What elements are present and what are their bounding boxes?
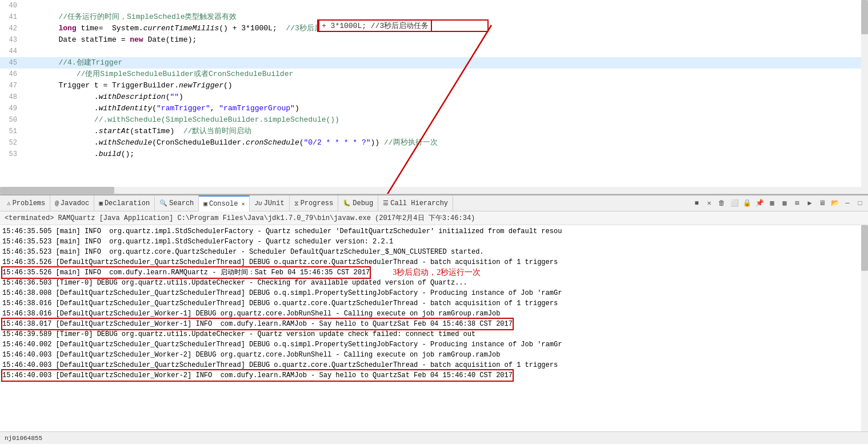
code-line-46: 46 //使用SimpleScheduleBuilder或者CronSchedu… [0, 69, 868, 80]
line-number: 43 [0, 34, 23, 46]
vertical-scrollbar[interactable] [861, 0, 868, 194]
line-number: 41 [0, 11, 23, 23]
progress-icon: ⧖ [294, 200, 299, 207]
line-content: Trigger t = TriggerBuilder.newTrigger() [23, 80, 868, 91]
bottom-panel: ⚠ Problems @ Javadoc ▣ Declaration 🔍 Sea… [0, 194, 868, 444]
line-number: 45 [0, 57, 23, 69]
console-line-7: 15:46:38.008 [DefaultQuartzScheduler_Qua… [0, 288, 861, 298]
tab-declaration[interactable]: ▣ Declaration [94, 195, 155, 211]
javadoc-icon: @ [55, 200, 59, 207]
console-header-text: <terminated> RAMQuartz [Java Application… [5, 214, 475, 222]
line-number: 48 [0, 91, 23, 103]
line-number: 44 [0, 46, 23, 57]
console-line-6: 15:46:36.503 [Timer-0] DEBUG org.quartz.… [0, 278, 861, 288]
console-close-icon[interactable]: ✕ [241, 201, 245, 207]
status-bar: nj01064855 [0, 431, 868, 444]
code-line-52: 52 .withSchedule(CronScheduleBuilder.cro… [0, 137, 868, 149]
code-line-43: 43 Date statTime = new Date(time); [0, 34, 868, 46]
console-line-2: 15:46:35.523 [main] INFO org.quartz.impl… [0, 237, 861, 247]
toolbar-newcon-btn[interactable]: 🖥 [817, 198, 828, 209]
code-line-53: 53 .build(); [0, 149, 868, 160]
console-output[interactable]: 15:46:35.505 [main] INFO org.quartz.impl… [0, 225, 868, 431]
line-content: //使用SimpleScheduleBuilder或者CronScheduleB… [23, 69, 868, 80]
console-line-13: 15:46:40.003 [DefaultQuartzScheduler_Wor… [0, 350, 861, 360]
line-number: 47 [0, 80, 23, 91]
toolbar-pin-btn[interactable]: 📌 [754, 198, 765, 209]
tab-progress[interactable]: ⧖ Progress [290, 195, 339, 211]
line-number: 40 [0, 0, 23, 11]
tab-console-label: Console [209, 200, 238, 208]
toolbar-next-btn[interactable]: ▶ [804, 198, 815, 209]
tab-declaration-label: Declaration [105, 199, 150, 207]
tab-javadoc-label: Javadoc [61, 199, 89, 207]
console-line-5: 15:46:35.526 [main] INFO com.dufy.learn.… [0, 267, 861, 278]
line-content: Date statTime = new Date(time); [23, 34, 868, 46]
toolbar-view-btn[interactable]: ▦ [766, 198, 778, 209]
toolbar-clear-btn[interactable]: ⬜ [729, 198, 740, 209]
console-line-8: 15:46:38.016 [DefaultQuartzScheduler_Qua… [0, 298, 861, 309]
line-number: 53 [0, 149, 23, 160]
toolbar-minimize-btn[interactable]: ─ [842, 198, 853, 209]
toolbar-view3-btn[interactable]: ⊞ [791, 198, 803, 209]
code-line-50: 50 //.withSchedule(SimpleScheduleBuilder… [0, 114, 868, 126]
console-line-3: 15:46:35.523 [main] INFO org.quartz.core… [0, 247, 861, 257]
tab-call-hierarchy-label: Call Hierarchy [390, 199, 448, 207]
console-line-10: 15:46:38.017 [DefaultQuartzScheduler_Wor… [0, 319, 861, 329]
tab-problems-label: Problems [13, 199, 46, 207]
status-bar-text: nj01064855 [5, 435, 42, 442]
toolbar-maximize-btn[interactable]: □ [854, 198, 866, 209]
tab-bar: ⚠ Problems @ Javadoc ▣ Declaration 🔍 Sea… [0, 195, 868, 211]
console-vertical-scrollbar[interactable] [861, 225, 868, 431]
toolbar-terminate-btn[interactable]: ✕ [703, 198, 715, 209]
line-content: .withIdentity("ramTrigger", "ramTriggerG… [23, 103, 868, 114]
code-line-51: 51 .startAt(statTime) //默认当前时间启动 [0, 126, 868, 137]
tab-junit[interactable]: Ju JUnit [250, 195, 289, 211]
code-line-47: 47 Trigger t = TriggerBuilder.newTrigger… [0, 80, 868, 91]
line-content: .withSchedule(CronScheduleBuilder.cronSc… [23, 137, 868, 149]
line-number: 51 [0, 126, 23, 137]
tab-search-label: Search [169, 199, 194, 207]
console-line-15: 15:46:40.003 [DefaultQuartzScheduler_Wor… [0, 370, 861, 381]
console-line-12: 15:46:40.002 [DefaultQuartzScheduler_Qua… [0, 339, 861, 350]
code-editor: 40 41 //任务运行的时间，SimpleSchedle类型触发器有效 42 … [0, 0, 868, 194]
tab-search[interactable]: 🔍 Search [155, 195, 199, 211]
console-header: <terminated> RAMQuartz [Java Application… [0, 211, 868, 225]
tab-console[interactable]: ▣ Console ✕ [199, 195, 250, 211]
tab-problems[interactable]: ⚠ Problems [2, 195, 50, 211]
junit-icon: Ju [254, 200, 262, 207]
line-content: .withDescription("") [23, 91, 868, 103]
console-line-1: 15:46:35.505 [main] INFO org.quartz.impl… [0, 226, 861, 237]
console-wrapper: 15:46:35.505 [main] INFO org.quartz.impl… [0, 225, 868, 431]
console-line-11: 15:46:39.589 [Timer-0] DEBUG org.quartz.… [0, 329, 861, 339]
console-line-9: 15:46:38.016 [DefaultQuartzScheduler_Wor… [0, 309, 861, 319]
toolbar-stop-btn[interactable]: ■ [691, 198, 702, 209]
toolbar-scroll-lock-btn[interactable]: 🔒 [741, 198, 753, 209]
tab-javadoc[interactable]: @ Javadoc [50, 195, 94, 211]
console-line-14: 15:46:40.003 [DefaultQuartzScheduler_Qua… [0, 360, 861, 370]
line-number: 46 [0, 69, 23, 80]
toolbar-open-btn[interactable]: 📂 [829, 198, 841, 209]
line-number: 42 [0, 23, 23, 34]
line-content: //.withSchedule(SimpleScheduleBuilder.si… [23, 114, 868, 126]
toolbar-view2-btn[interactable]: ▩ [779, 198, 790, 209]
tab-progress-label: Progress [301, 199, 334, 207]
declaration-icon: ▣ [99, 199, 103, 207]
line-content: .build(); [23, 149, 868, 160]
debug-icon: 🐛 [343, 199, 351, 207]
tab-debug-label: Debug [353, 199, 373, 207]
problems-icon: ⚠ [7, 199, 11, 207]
code-line-44: 44 [0, 46, 868, 57]
console-line-4: 15:46:35.526 [DefaultQuartzScheduler_Qua… [0, 257, 861, 267]
line-content: //4.创建Trigger [23, 57, 868, 69]
line-content: .startAt(statTime) //默认当前时间启动 [23, 126, 868, 137]
tab-debug[interactable]: 🐛 Debug [338, 195, 378, 211]
code-line-49: 49 .withIdentity("ramTrigger", "ramTrigg… [0, 103, 868, 114]
horizontal-scrollbar[interactable] [0, 187, 861, 194]
toolbar-remove-btn[interactable]: 🗑 [716, 198, 727, 209]
call-hierarchy-icon: ☰ [383, 199, 389, 207]
line-number: 49 [0, 103, 23, 114]
search-icon: 🔍 [159, 199, 167, 207]
tab-toolbar-right: ■ ✕ 🗑 ⬜ 🔒 📌 ▦ ▩ ⊞ ▶ 🖥 📂 ─ □ [691, 198, 866, 209]
tab-call-hierarchy[interactable]: ☰ Call Hierarchy [378, 195, 453, 211]
line-number: 52 [0, 137, 23, 149]
